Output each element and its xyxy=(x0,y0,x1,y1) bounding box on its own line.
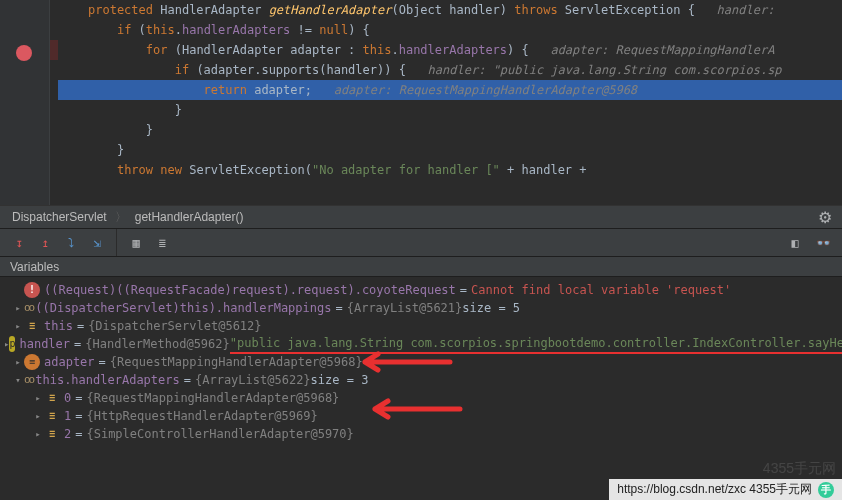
gear-icon[interactable]: ⚙ xyxy=(818,208,832,227)
code-line[interactable]: if (this.handlerAdapters != null) { xyxy=(58,20,842,40)
footer-url: https://blog.csdn.net/zxc 4355手元网 xyxy=(617,481,812,498)
step-over-icon[interactable]: ↥ xyxy=(34,232,56,254)
expand-twisty-icon[interactable]: ▸ xyxy=(32,425,44,443)
expand-twisty-icon[interactable]: ▸ xyxy=(12,353,24,371)
code-line[interactable]: return adapter; adapter: RequestMappingH… xyxy=(58,80,842,100)
expand-twisty-icon[interactable]: ▾ xyxy=(12,371,24,389)
code-line[interactable]: for (HandlerAdapter adapter : this.handl… xyxy=(58,40,842,60)
code-content[interactable]: protected HandlerAdapter getHandlerAdapt… xyxy=(50,0,842,180)
code-line[interactable]: } xyxy=(58,140,842,160)
obj-icon: ≡ xyxy=(24,318,40,334)
variable-row[interactable]: ▸phandler={HandlerMethod@5962} "public j… xyxy=(4,335,842,353)
grid-icon[interactable]: ▦ xyxy=(125,232,147,254)
variable-row[interactable]: ▸oo((DispatcherServlet)this).handlerMapp… xyxy=(4,299,842,317)
breadcrumb-method[interactable]: getHandlerAdapter() xyxy=(135,210,244,224)
glasses-icon[interactable]: 👓 xyxy=(812,232,834,254)
step-into-icon[interactable]: ⤵ xyxy=(60,232,82,254)
breadcrumb-class[interactable]: DispatcherServlet xyxy=(12,210,107,224)
obj-icon: ≡ xyxy=(44,426,60,442)
force-step-icon[interactable]: ⇲ xyxy=(86,232,108,254)
var-icon: ≡ xyxy=(24,354,40,370)
debug-toolbar: ↧ ↥ ⤵ ⇲ ▦ ≣ ◧ 👓 xyxy=(0,229,842,257)
variables-panel-title: Variables xyxy=(0,257,842,277)
expand-twisty-icon[interactable]: ▸ xyxy=(32,407,44,425)
variable-row[interactable]: ▸≡1={HttpRequestHandlerAdapter@5969} xyxy=(4,407,842,425)
param-icon: p xyxy=(9,336,15,352)
evaluate-icon[interactable]: ≣ xyxy=(151,232,173,254)
obj-icon: ≡ xyxy=(44,408,60,424)
variable-row[interactable]: ▸≡adapter={RequestMappingHandlerAdapter@… xyxy=(4,353,842,371)
chain-icon: oo xyxy=(24,371,33,389)
footer-logo-icon: 手 xyxy=(818,482,834,498)
variables-tree[interactable]: !((Request)((RequestFacade)request).requ… xyxy=(0,277,842,500)
expand-twisty-icon[interactable]: ▸ xyxy=(12,299,24,317)
expand-twisty-icon[interactable]: ▸ xyxy=(32,389,44,407)
watermark-text: 4355手元网 xyxy=(763,460,836,478)
expand-twisty-icon[interactable]: ▸ xyxy=(12,317,24,335)
variable-row[interactable]: !((Request)((RequestFacade)request).requ… xyxy=(4,281,842,299)
err-icon: ! xyxy=(24,282,40,298)
breakpoint-icon[interactable] xyxy=(16,45,32,61)
breadcrumb[interactable]: DispatcherServlet 〉 getHandlerAdapter() … xyxy=(0,205,842,229)
variable-row[interactable]: ▸≡0={RequestMappingHandlerAdapter@5968} xyxy=(4,389,842,407)
watch-list-icon[interactable]: ◧ xyxy=(784,232,806,254)
code-line[interactable]: throw new ServletException("No adapter f… xyxy=(58,160,842,180)
obj-icon: ≡ xyxy=(44,390,60,406)
breadcrumb-separator: 〉 xyxy=(115,209,127,226)
step-out-icon[interactable]: ↧ xyxy=(8,232,30,254)
code-line[interactable]: protected HandlerAdapter getHandlerAdapt… xyxy=(58,0,842,20)
chain-icon: oo xyxy=(24,299,33,317)
code-editor[interactable]: protected HandlerAdapter getHandlerAdapt… xyxy=(0,0,842,205)
variable-row[interactable]: ▾oothis.handlerAdapters={ArrayList@5622}… xyxy=(4,371,842,389)
code-line[interactable]: } xyxy=(58,100,842,120)
code-line[interactable]: } xyxy=(58,120,842,140)
variable-row[interactable]: ▸≡this={DispatcherServlet@5612} xyxy=(4,317,842,335)
footer-watermark: https://blog.csdn.net/zxc 4355手元网 手 xyxy=(609,479,842,500)
code-line[interactable]: if (adapter.supports(handler)) { handler… xyxy=(58,60,842,80)
editor-gutter xyxy=(0,0,50,205)
variable-row[interactable]: ▸≡2={SimpleControllerHandlerAdapter@5970… xyxy=(4,425,842,443)
